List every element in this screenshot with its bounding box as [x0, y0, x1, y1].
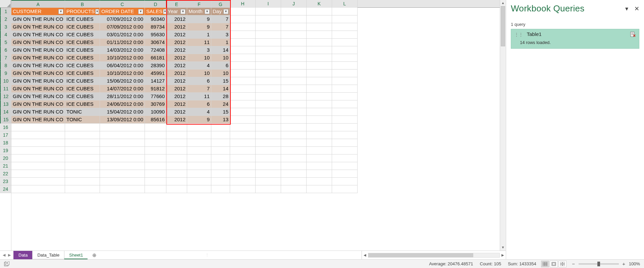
tabs-splitter-icon[interactable]: ⋮	[205, 253, 209, 257]
cell-empty[interactable]	[230, 77, 256, 85]
cell-empty[interactable]	[307, 154, 332, 162]
table-header-month[interactable]: Month▼	[187, 8, 211, 15]
cell-empty[interactable]	[256, 154, 281, 162]
table-cell[interactable]: 4	[187, 62, 211, 70]
cell-empty[interactable]	[332, 15, 358, 23]
table-cell[interactable]: 2012	[166, 100, 187, 108]
cell-empty[interactable]	[307, 8, 332, 15]
tab-data-table[interactable]: Data_Table	[32, 251, 64, 259]
table-cell[interactable]: 1	[187, 31, 211, 39]
cell-empty[interactable]	[256, 62, 281, 70]
cell-empty[interactable]	[307, 100, 332, 108]
cell-empty[interactable]	[281, 23, 307, 31]
cell-empty[interactable]	[230, 15, 256, 23]
cell-empty[interactable]	[332, 131, 358, 139]
view-page-layout-button[interactable]	[550, 261, 558, 267]
cell-empty[interactable]	[187, 162, 211, 170]
table-cell[interactable]: ICE CUBES	[65, 93, 100, 100]
cell-empty[interactable]	[230, 147, 256, 154]
cell-empty[interactable]	[281, 131, 307, 139]
cell-empty[interactable]	[11, 185, 65, 193]
cell-empty[interactable]	[332, 162, 358, 170]
table-cell[interactable]: 15	[211, 108, 230, 116]
cell-empty[interactable]	[281, 170, 307, 178]
table-cell[interactable]: 2012	[166, 108, 187, 116]
row-header-24[interactable]: 24	[0, 185, 11, 193]
row-header-22[interactable]: 22	[0, 170, 11, 178]
cell-empty[interactable]	[145, 154, 166, 162]
cell-empty[interactable]	[230, 116, 256, 124]
cell-empty[interactable]	[281, 46, 307, 54]
filter-dropdown-icon[interactable]: ▼	[205, 9, 210, 14]
macro-record-icon[interactable]	[4, 261, 9, 267]
table-cell[interactable]: GIN ON THE RUN CO	[11, 23, 65, 31]
row-header-18[interactable]: 18	[0, 139, 11, 147]
table-cell[interactable]: 10	[187, 54, 211, 62]
col-header-B[interactable]: B	[65, 0, 100, 8]
table-cell[interactable]: 10/10/2012 0:00	[100, 70, 145, 77]
cell-empty[interactable]	[166, 139, 187, 147]
table-cell[interactable]: 6	[211, 62, 230, 70]
table-cell[interactable]: GIN ON THE RUN CO	[11, 62, 65, 70]
cell-empty[interactable]	[332, 39, 358, 46]
cell-empty[interactable]	[166, 162, 187, 170]
view-page-break-button[interactable]	[558, 261, 567, 267]
cell-empty[interactable]	[256, 15, 281, 23]
tab-data[interactable]: Data	[13, 251, 33, 259]
table-cell[interactable]: 2012	[166, 93, 187, 100]
cell-empty[interactable]	[230, 85, 256, 93]
cell-empty[interactable]	[281, 8, 307, 15]
table-cell[interactable]: 72408	[145, 46, 166, 54]
cell-empty[interactable]	[211, 139, 230, 147]
table-cell[interactable]: 95630	[145, 31, 166, 39]
vertical-scroll-thumb[interactable]	[501, 6, 505, 46]
table-cell[interactable]: 2012	[166, 62, 187, 70]
queries-pane-close-icon[interactable]: ✕	[634, 5, 639, 12]
cell-empty[interactable]	[256, 131, 281, 139]
cell-empty[interactable]	[307, 46, 332, 54]
table-cell[interactable]: 14	[211, 46, 230, 54]
view-normal-button[interactable]	[541, 261, 549, 267]
filter-dropdown-icon[interactable]: ▼	[58, 9, 63, 14]
row-header-6[interactable]: 6	[0, 46, 11, 54]
cell-empty[interactable]	[307, 54, 332, 62]
table-header-sales[interactable]: SALES▼	[145, 8, 166, 15]
table-cell[interactable]: 30674	[145, 39, 166, 46]
col-header-G[interactable]: G	[211, 0, 230, 8]
cell-empty[interactable]	[281, 85, 307, 93]
table-cell[interactable]: 7	[211, 23, 230, 31]
cell-empty[interactable]	[11, 170, 65, 178]
cell-empty[interactable]	[332, 62, 358, 70]
cell-empty[interactable]	[230, 8, 256, 15]
row-header-21[interactable]: 21	[0, 162, 11, 170]
table-cell[interactable]: 24	[211, 100, 230, 108]
cell-empty[interactable]	[230, 46, 256, 54]
col-header-K[interactable]: K	[307, 0, 332, 8]
cell-empty[interactable]	[281, 139, 307, 147]
table-cell[interactable]: ICE CUBES	[65, 15, 100, 23]
table-cell[interactable]: ICE CUBES	[65, 62, 100, 70]
cell-empty[interactable]	[100, 139, 145, 147]
cell-empty[interactable]	[256, 170, 281, 178]
table-cell[interactable]: 2012	[166, 116, 187, 124]
row-header-10[interactable]: 10	[0, 77, 11, 85]
cell-empty[interactable]	[256, 100, 281, 108]
filter-dropdown-icon[interactable]: ▼	[223, 9, 228, 14]
cell-empty[interactable]	[332, 93, 358, 100]
table-cell[interactable]: TONIC	[65, 108, 100, 116]
cell-empty[interactable]	[65, 185, 100, 193]
table-cell[interactable]: 89734	[145, 23, 166, 31]
table-cell[interactable]: 2012	[166, 46, 187, 54]
table-cell[interactable]: 7	[187, 85, 211, 93]
cell-empty[interactable]	[145, 170, 166, 178]
cell-empty[interactable]	[11, 147, 65, 154]
table-cell[interactable]: 28/11/2012 0:00	[100, 93, 145, 100]
cell-empty[interactable]	[211, 131, 230, 139]
cell-empty[interactable]	[166, 124, 187, 131]
cell-empty[interactable]	[230, 31, 256, 39]
cell-empty[interactable]	[307, 15, 332, 23]
cell-empty[interactable]	[256, 46, 281, 54]
cell-empty[interactable]	[256, 8, 281, 15]
cell-empty[interactable]	[332, 70, 358, 77]
table-cell[interactable]: 7	[211, 15, 230, 23]
